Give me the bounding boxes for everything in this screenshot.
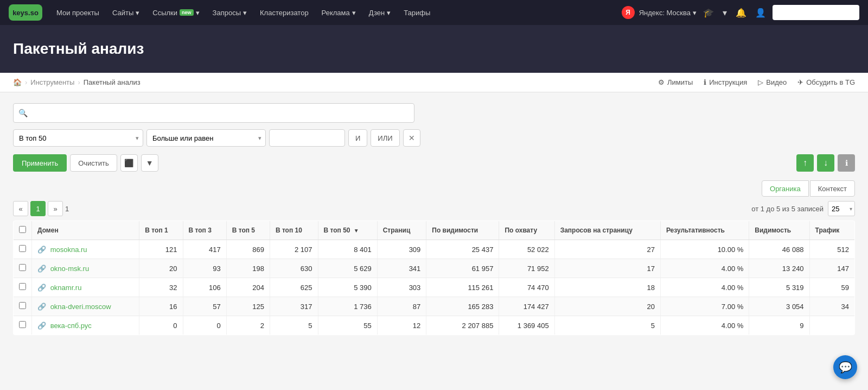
- row-check-cell[interactable]: [14, 240, 32, 259]
- filter-remove-button[interactable]: ✕: [403, 129, 420, 147]
- link-icon: 🔗: [37, 284, 46, 292]
- col-effectiveness-header: Результативность: [660, 221, 749, 240]
- bell-icon[interactable]: 🔔: [733, 8, 749, 18]
- tab-organic[interactable]: Органика: [762, 180, 809, 197]
- breadcrumb-instruments[interactable]: Инструменты: [30, 78, 74, 86]
- table-header-row: Домен В топ 1 В топ 3 В топ 5 В топ 10 В…: [14, 221, 855, 240]
- visibility-cell: 46 088: [749, 240, 809, 259]
- link-icon: 🔗: [37, 246, 46, 254]
- chevron-down-icon: ▾: [693, 9, 697, 17]
- nav-search-input[interactable]: [773, 5, 859, 20]
- user-icon[interactable]: 👤: [753, 8, 768, 18]
- table-row: 🔗 mosokna.ru 121 417 869 2 107 8 401 309…: [14, 240, 855, 259]
- upload-icon: ↑: [803, 158, 807, 168]
- nav-ads[interactable]: Реклама ▾: [316, 0, 361, 25]
- row-checkbox[interactable]: [19, 245, 26, 252]
- traffic-cell: 34: [809, 297, 854, 316]
- top1-cell: 20: [139, 259, 183, 278]
- tab-context[interactable]: Контекст: [810, 180, 855, 197]
- education-icon[interactable]: 🎓: [701, 8, 716, 18]
- filter-condition-select[interactable]: Больше или равен Меньше или равен Равно: [146, 129, 266, 147]
- domain-link[interactable]: oknamr.ru: [50, 284, 82, 292]
- domain-cell: 🔗 okna-dveri.moscow: [32, 297, 139, 316]
- domain-cell: 🔗 mosokna.ru: [32, 240, 139, 259]
- upload-button[interactable]: ↑: [796, 154, 814, 172]
- pages-cell: 87: [377, 297, 426, 316]
- per-page-wrapper: 25 50 100: [828, 201, 855, 216]
- video-action[interactable]: ▷ Видео: [758, 78, 787, 86]
- nav-tariffs[interactable]: Тарифы: [398, 0, 436, 25]
- domain-link[interactable]: mosokna.ru: [50, 246, 87, 254]
- top10-cell: 625: [270, 278, 318, 297]
- filter-icon-button[interactable]: ▼: [141, 154, 158, 172]
- visibility-by-cell: 115 261: [426, 278, 499, 297]
- row-check-cell[interactable]: [14, 297, 32, 316]
- top10-cell: 630: [270, 259, 318, 278]
- col-traffic-header: Трафик: [809, 221, 854, 240]
- domain-cell: 🔗 века-спб.рус: [32, 316, 139, 335]
- top3-cell: 0: [183, 316, 226, 335]
- nav-sites[interactable]: Сайты ▾: [107, 0, 145, 25]
- pagination-row: « 1 » 1 от 1 до 5 из 5 записей 25 50 100: [13, 201, 855, 216]
- row-checkbox[interactable]: [19, 283, 26, 290]
- breadcrumb: 🏠 › Инструменты › Пакетный анализ: [13, 78, 141, 86]
- visibility-cell: 9: [749, 316, 809, 335]
- export-csv-button[interactable]: ⬛: [120, 154, 138, 172]
- filters-row: В топ 50 В топ 1 В топ 3 В топ 5 В топ 1…: [13, 129, 855, 147]
- chevron-down-icon[interactable]: ▾: [720, 8, 729, 18]
- row-check-cell[interactable]: [14, 316, 32, 335]
- effectiveness-cell: 4.00 %: [660, 316, 749, 335]
- nav-links[interactable]: Ссылки new ▾: [147, 0, 205, 25]
- select-all-checkbox[interactable]: [19, 226, 26, 233]
- col-check-header[interactable]: [14, 221, 32, 240]
- data-table: Домен В топ 1 В топ 3 В топ 5 В топ 10 В…: [13, 221, 855, 335]
- per-page-select[interactable]: 25 50 100: [828, 201, 855, 216]
- search-input[interactable]: [13, 103, 414, 123]
- nav-clusterizer[interactable]: Кластеризатор: [254, 0, 314, 25]
- filter-top-select[interactable]: В топ 50 В топ 1 В топ 3 В топ 5 В топ 1…: [13, 129, 143, 147]
- nav-dzen[interactable]: Дзен ▾: [363, 0, 396, 25]
- link-icon: 🔗: [37, 303, 46, 311]
- row-checkbox[interactable]: [19, 264, 26, 271]
- coverage-cell: 74 470: [499, 278, 554, 297]
- nav-queries[interactable]: Запросы ▾: [207, 0, 252, 25]
- clear-button[interactable]: Очистить: [70, 154, 117, 172]
- download-button[interactable]: ↓: [817, 154, 834, 172]
- row-checkbox[interactable]: [19, 302, 26, 309]
- info-button[interactable]: ℹ: [838, 154, 855, 172]
- nav-right: Я Яндекс: Москва ▾ 🎓 ▾ 🔔 👤: [622, 5, 859, 20]
- page-label: 1: [65, 205, 69, 213]
- domain-link[interactable]: okno-msk.ru: [50, 265, 90, 273]
- region-selector[interactable]: Яндекс: Москва ▾: [639, 9, 697, 17]
- filter-top-wrapper: В топ 50 В топ 1 В топ 3 В топ 5 В топ 1…: [13, 129, 143, 147]
- row-check-cell[interactable]: [14, 278, 32, 297]
- nav-my-projects[interactable]: Мои проекты: [51, 0, 105, 25]
- table-row: 🔗 okna-dveri.moscow 16 57 125 317 1 736 …: [14, 297, 855, 316]
- domain-link[interactable]: okna-dveri.moscow: [50, 303, 111, 311]
- logo-text: keys.so: [12, 9, 39, 17]
- breadcrumb-home[interactable]: 🏠: [13, 78, 22, 86]
- sort-desc-icon: ▼: [354, 228, 359, 234]
- apply-button[interactable]: Применить: [13, 154, 67, 172]
- chevron-down-icon: ▾: [352, 9, 356, 17]
- filter-value-input[interactable]: [269, 129, 345, 147]
- row-checkbox[interactable]: [19, 321, 26, 328]
- discuss-action[interactable]: ✈ Обсудить в TG: [797, 78, 855, 86]
- limits-action[interactable]: ⚙ Лимиты: [658, 78, 693, 86]
- filter-and-button[interactable]: И: [348, 129, 367, 147]
- filter-or-button[interactable]: ИЛИ: [371, 129, 399, 147]
- current-page-button[interactable]: 1: [30, 201, 46, 216]
- pagination-right: от 1 до 5 из 5 записей 25 50 100: [751, 201, 855, 216]
- records-info: от 1 до 5 из 5 записей: [751, 205, 824, 213]
- top3-cell: 93: [183, 259, 226, 278]
- prev-page-button[interactable]: «: [13, 201, 28, 216]
- next-page-button[interactable]: »: [48, 201, 63, 216]
- col-visibility-by-header: По видимости: [426, 221, 499, 240]
- domain-link[interactable]: века-спб.рус: [50, 322, 92, 330]
- col-top50-header[interactable]: В топ 50 ▼: [318, 221, 377, 240]
- row-check-cell[interactable]: [14, 259, 32, 278]
- instruction-action[interactable]: ℹ Инструкция: [704, 78, 747, 86]
- logo[interactable]: keys.so: [9, 4, 42, 21]
- pagination-left: « 1 » 1: [13, 201, 69, 216]
- coverage-cell: 71 952: [499, 259, 554, 278]
